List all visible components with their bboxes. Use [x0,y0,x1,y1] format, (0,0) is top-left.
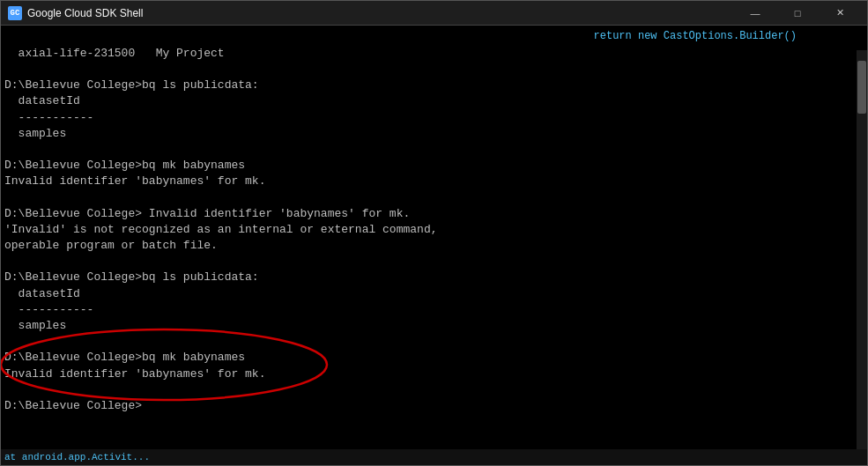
terminal-line [4,382,867,398]
terminal-line: Invalid identifier 'babynames' for mk. [4,366,867,382]
terminal-line: D:\Bellevue College>bq ls publicdata: [4,78,867,93]
scrollbar-thumb[interactable] [857,61,866,114]
terminal-line [4,254,867,270]
terminal-line: D:\Bellevue College>bq ls publicdata: [4,270,867,285]
terminal-line: operable program or batch file. [4,238,867,254]
app-icon: GC [8,6,22,20]
terminal-line: 'Invalid' is not recognized as an intern… [4,222,867,238]
terminal-line [4,62,867,78]
terminal-line: D:\Bellevue College> [4,398,867,414]
terminal-line: ----------- [4,110,867,126]
terminal-line: Invalid identifier 'babynames' for mk. [4,174,867,189]
terminal-line: samples [4,126,867,142]
bottom-bar-text: at android.app.Activit... [4,452,150,462]
terminal-line [4,142,867,158]
terminal-window: GC Google Cloud SDK Shell — □ ✕ return n… [0,0,868,466]
titlebar: GC Google Cloud SDK Shell — □ ✕ [1,1,867,26]
top-code-fragment: return new CastOptions.Builder() [4,29,867,46]
terminal-line: ----------- [4,302,867,318]
window-controls: — □ ✕ [735,1,860,26]
terminal-line [4,189,867,205]
terminal-line: D:\Bellevue College>bq mk babynames [4,350,867,366]
close-button[interactable]: ✕ [820,1,860,26]
maximize-button[interactable]: □ [777,1,818,26]
terminal-line: D:\Bellevue College>bq mk babynames [4,158,867,174]
terminal-line: axial-life-231500 My Project [4,46,867,62]
bottom-bar: at android.app.Activit... [1,449,867,465]
minimize-button[interactable]: — [735,1,775,26]
terminal-line: D:\Bellevue College> Invalid identifier … [4,206,867,222]
terminal-line [4,334,867,350]
terminal-body[interactable]: return new CastOptions.Builder() axial-l… [1,26,867,465]
terminal-output: axial-life-231500 My Project D:\Bellevue… [4,46,867,414]
terminal-line: datasetId [4,93,867,109]
terminal-line: samples [4,318,867,334]
terminal-line: datasetId [4,286,867,302]
window-title: Google Cloud SDK Shell [27,7,735,19]
scrollbar[interactable] [857,50,867,465]
